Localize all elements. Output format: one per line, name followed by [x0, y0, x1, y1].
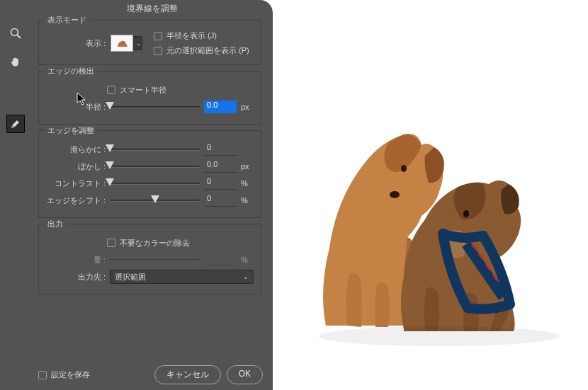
smart-radius-label: スマート半径	[120, 85, 166, 96]
group-header: 表示モード	[45, 15, 89, 25]
group-edge-detect: エッジの検出 スマート半径 半径 : 0.0 px	[38, 71, 261, 125]
show-prev-sel-checkbox[interactable]	[154, 47, 162, 55]
output-dest-dropdown[interactable]: 選択範囲 ⌄	[110, 270, 254, 284]
hand-icon	[9, 55, 22, 68]
svg-point-4	[463, 210, 469, 217]
radius-value[interactable]: 0.0	[204, 101, 237, 113]
decontaminate-label: 不要なカラーの除去	[120, 238, 190, 248]
shift-unit: %	[241, 196, 254, 205]
shift-label: エッジをシフト :	[46, 195, 106, 206]
refine-brush-tool[interactable]	[6, 115, 25, 133]
display-label: 表示 :	[46, 38, 106, 49]
group-header: 出力	[45, 219, 66, 229]
svg-point-3	[390, 191, 400, 198]
group-header: エッジの検出	[45, 66, 97, 76]
contrast-slider[interactable]	[110, 178, 200, 188]
feather-unit: px	[241, 162, 254, 171]
shift-slider[interactable]	[110, 195, 200, 205]
svg-point-9	[319, 326, 560, 346]
remember-settings-label: 設定を保存	[51, 369, 90, 380]
feather-slider[interactable]	[110, 161, 200, 171]
preview-thumbnail	[111, 35, 133, 52]
decontaminate-checkbox[interactable]	[107, 239, 115, 247]
show-radius-checkbox[interactable]	[154, 32, 162, 40]
display-mode-dropdown[interactable]: ⌄	[110, 36, 142, 50]
magnifier-icon	[9, 27, 22, 40]
group-edge-adjust: エッジを調整 滑らかに : 0 ぼかし : 0.0 px コントラスト : 0 …	[38, 130, 261, 218]
dialog-title: 境界線を調整	[31, 3, 273, 15]
group-output: 出力 不要なカラーの除去 量 : % 出力先 : 選択範囲 ⌄	[38, 224, 261, 294]
contrast-value[interactable]: 0	[204, 177, 237, 190]
remember-settings-checkbox[interactable]	[38, 371, 47, 379]
brush-icon	[9, 117, 22, 130]
amount-unit: %	[241, 256, 254, 264]
smart-radius-checkbox[interactable]	[107, 86, 115, 94]
contrast-unit: %	[241, 179, 254, 188]
smooth-slider[interactable]	[110, 144, 200, 154]
feather-label: ぼかし :	[46, 161, 106, 172]
svg-point-2	[401, 165, 407, 172]
radius-unit: px	[241, 103, 254, 111]
toolbar	[0, 0, 31, 390]
smooth-label: 滑らかに :	[46, 144, 106, 155]
amount-slider	[110, 255, 200, 265]
output-dest-label: 出力先 :	[46, 272, 106, 282]
hand-tool[interactable]	[6, 52, 25, 71]
svg-line-1	[17, 35, 21, 38]
amount-value	[204, 253, 237, 266]
contrast-label: コントラスト :	[46, 178, 106, 189]
show-prev-sel-label: 元の選択範囲を表示 (P)	[166, 45, 249, 56]
preview-canvas	[298, 92, 581, 361]
refine-edge-dialog: 境界線を調整 表示モード 表示 : ⌄ 半径を表示 (J)	[0, 0, 273, 390]
chevron-down-icon: ⌄	[136, 40, 142, 47]
chevron-down-icon: ⌄	[243, 273, 249, 280]
radius-label: 半径 :	[46, 102, 106, 113]
show-radius-label: 半径を表示 (J)	[166, 30, 217, 41]
smooth-value[interactable]: 0	[204, 143, 237, 156]
shift-value[interactable]: 0	[204, 194, 237, 207]
zoom-tool[interactable]	[6, 24, 25, 42]
output-dest-value: 選択範囲	[115, 272, 146, 282]
group-display-mode: 表示モード 表示 : ⌄ 半径を表示 (J) 元の選択範囲を	[38, 20, 261, 65]
feather-value[interactable]: 0.0	[204, 160, 237, 173]
amount-label: 量 :	[46, 255, 106, 265]
cancel-button[interactable]: キャンセル	[154, 365, 221, 384]
radius-slider[interactable]	[110, 102, 200, 112]
group-header: エッジを調整	[45, 125, 97, 136]
ok-button[interactable]: OK	[227, 365, 263, 384]
